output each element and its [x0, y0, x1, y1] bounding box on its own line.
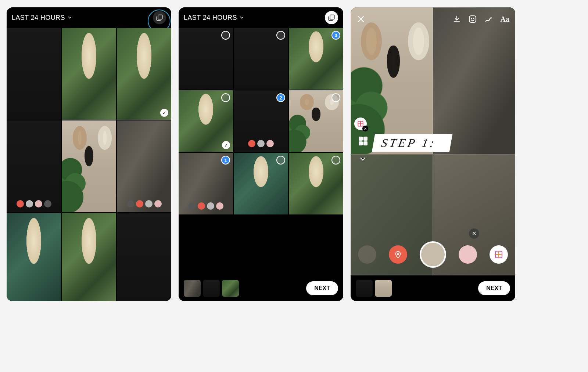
download-button[interactable]	[453, 15, 461, 23]
gallery-grid[interactable]: 3 ✓ 2 1	[179, 28, 343, 301]
select-indicator[interactable]	[221, 31, 230, 40]
gallery-thumb[interactable]	[234, 153, 288, 214]
select-indicator[interactable]	[331, 156, 340, 165]
tray-thumb[interactable]	[184, 280, 201, 297]
close-icon	[356, 15, 365, 24]
layout-icon	[357, 120, 364, 127]
svg-rect-2	[469, 16, 476, 22]
tray-thumb[interactable]	[203, 280, 220, 297]
gallery-thumb[interactable]	[289, 90, 343, 152]
chevron-down-icon	[359, 155, 367, 163]
select-indicator[interactable]	[221, 93, 230, 102]
filter-item[interactable]	[459, 245, 477, 264]
next-button[interactable]: NEXT	[478, 281, 510, 295]
tray-thumb[interactable]	[356, 280, 373, 297]
story-canvas[interactable]: ✕ Aa	[351, 7, 515, 301]
album-label: LAST 24 HOURS	[184, 14, 237, 22]
album-label: LAST 24 HOURS	[12, 14, 65, 22]
gallery-grid[interactable]: ✓	[7, 28, 171, 301]
draw-button[interactable]	[484, 15, 493, 24]
filter-item[interactable]	[358, 245, 376, 264]
sticker-button[interactable]	[468, 15, 477, 24]
text-button[interactable]: Aa	[501, 15, 509, 24]
video-check-icon: ✓	[222, 141, 230, 149]
filter-carousel[interactable]	[351, 240, 515, 269]
tray-thumb[interactable]	[375, 280, 392, 297]
svg-point-4	[473, 18, 474, 19]
filter-item-selected[interactable]	[420, 241, 446, 268]
chevron-down-icon	[239, 15, 244, 20]
filter-item-location[interactable]	[389, 245, 407, 264]
close-button[interactable]	[356, 15, 365, 24]
phone-3-story-editor: ✕ Aa	[351, 7, 515, 301]
story-queue-thumbs	[356, 280, 392, 297]
tray-thumb[interactable]	[222, 280, 239, 297]
gallery-thumb[interactable]: 3	[289, 28, 343, 90]
story-shutter-row	[119, 198, 169, 210]
album-picker[interactable]: LAST 24 HOURS	[184, 14, 244, 22]
multi-select-button[interactable]	[325, 11, 338, 24]
gallery-thumb[interactable]	[62, 213, 116, 301]
layout-expand-button[interactable]	[359, 155, 367, 163]
multi-select-button[interactable]	[153, 11, 166, 24]
select-indicator[interactable]: 2	[276, 93, 285, 102]
step-text-sticker[interactable]: STEP 1:	[372, 134, 453, 152]
select-indicator[interactable]: 3	[331, 31, 340, 40]
draw-icon	[484, 15, 493, 24]
multi-select-icon	[156, 14, 163, 21]
remove-quadrant-button[interactable]: ✕	[469, 228, 479, 239]
select-indicator[interactable]	[331, 93, 340, 102]
selected-thumbs	[184, 280, 239, 297]
gallery-thumb[interactable]	[289, 153, 343, 214]
select-indicator[interactable]	[276, 156, 285, 165]
remove-sticker-icon[interactable]: ✕	[362, 126, 368, 131]
layout-tool-button[interactable]	[359, 137, 368, 145]
gallery-thumb[interactable]	[62, 28, 116, 120]
select-indicator[interactable]	[276, 31, 285, 40]
selection-tray: NEXT	[179, 275, 343, 301]
gallery-thumb[interactable]	[62, 120, 116, 212]
layout-icon	[494, 250, 503, 259]
gallery-thumb[interactable]	[7, 120, 61, 212]
gallery-thumb[interactable]: 1	[179, 153, 233, 214]
svg-point-6	[397, 253, 399, 255]
gallery-thumb[interactable]	[7, 213, 61, 301]
multi-select-icon	[328, 14, 335, 21]
download-icon	[453, 15, 461, 23]
gallery-header: LAST 24 HOURS	[179, 7, 343, 28]
gallery-thumb[interactable]	[179, 28, 233, 90]
gallery-thumb[interactable]: ✓	[117, 28, 171, 120]
select-indicator[interactable]: 1	[221, 156, 230, 165]
phone-2-gallery-select: LAST 24 HOURS 3 ✓ 2 1	[179, 7, 343, 301]
editor-toolbar: Aa	[351, 7, 515, 31]
svg-rect-0	[158, 15, 162, 19]
location-icon	[394, 250, 402, 259]
filter-item-layout[interactable]	[490, 245, 508, 264]
video-check-icon: ✓	[160, 109, 168, 117]
phone-1-gallery: LAST 24 HOURS ✓	[7, 7, 171, 301]
gallery-thumb[interactable]	[117, 213, 171, 301]
gallery-thumb[interactable]	[117, 120, 171, 212]
gallery-thumb[interactable]: ✓	[179, 90, 233, 152]
gallery-header: LAST 24 HOURS	[7, 7, 171, 28]
layout-sticker[interactable]: ✕	[354, 118, 367, 130]
gallery-thumb[interactable]	[7, 28, 61, 120]
story-shutter-row	[9, 198, 59, 210]
chevron-down-icon	[67, 15, 72, 20]
gallery-thumb[interactable]: 2	[234, 90, 288, 152]
svg-rect-1	[330, 15, 334, 19]
album-picker[interactable]: LAST 24 HOURS	[12, 14, 72, 22]
next-button[interactable]: NEXT	[306, 281, 338, 295]
story-bottom-bar: NEXT	[351, 275, 515, 301]
gallery-thumb[interactable]	[234, 28, 288, 90]
sticker-icon	[468, 15, 477, 24]
svg-point-3	[471, 18, 472, 19]
